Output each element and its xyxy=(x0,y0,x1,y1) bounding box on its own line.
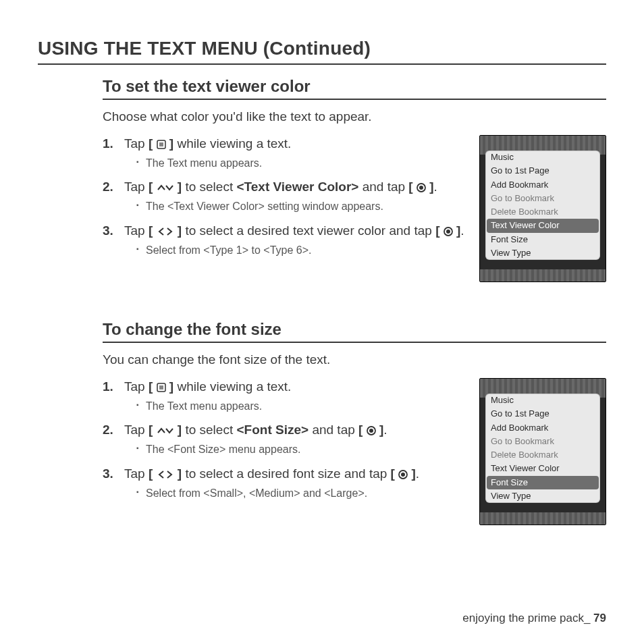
step-text: while viewing a text. xyxy=(173,379,291,394)
step-bold: <Text Viewer Color> xyxy=(236,180,358,194)
section-intro: You can change the font size of the text… xyxy=(103,352,606,367)
device-menu-item: Text Viewer Color xyxy=(485,462,600,475)
svg-point-15 xyxy=(401,473,405,477)
step-text: Tap xyxy=(124,223,149,238)
step-text: Tap xyxy=(124,423,149,437)
step-sub: The Text menu appears. xyxy=(136,400,466,414)
step-sub: The Text menu appears. xyxy=(136,157,466,171)
step-item: Tap [ ] to select a desired text viewer … xyxy=(103,222,466,257)
section-heading: To change the font size xyxy=(103,320,606,339)
step-text: Tap xyxy=(124,136,149,151)
menu-icon xyxy=(157,140,166,149)
device-menu-item-selected: Font Size xyxy=(487,476,599,489)
device-menu-item: Go to 1st Page xyxy=(485,164,600,178)
device-screenshot: Music Go to 1st Page Add Bookmark Go to … xyxy=(479,378,606,525)
device-menu-item: View Type xyxy=(485,246,600,260)
section-intro: Choose what color you'd like the text to… xyxy=(103,109,606,124)
step-sub: Select from <Small>, <Medium> and <Large… xyxy=(136,487,466,501)
device-wallpaper xyxy=(480,512,606,525)
chevron-up-down-icon xyxy=(157,426,174,435)
select-target-icon xyxy=(444,227,453,236)
step-bold: <Font Size> xyxy=(236,423,308,437)
step-text: . xyxy=(416,466,419,481)
step-text: . xyxy=(383,423,387,437)
device-menu-item: View Type xyxy=(485,489,600,503)
device-menu-item: Music xyxy=(485,151,600,164)
step-text: and tap xyxy=(358,180,408,194)
step-text: Tap xyxy=(124,180,149,194)
device-menu-item: Go to Bookmark xyxy=(485,435,600,448)
device-menu: Music Go to 1st Page Add Bookmark Go to … xyxy=(485,394,600,503)
device-menu: Music Go to 1st Page Add Bookmark Go to … xyxy=(485,151,600,260)
step-text: to select a desired text viewer color an… xyxy=(182,223,435,238)
chevron-up-down-icon xyxy=(157,183,174,192)
step-text: Tap xyxy=(124,466,149,481)
section-rule xyxy=(103,99,606,100)
select-target-icon xyxy=(417,183,426,192)
svg-point-5 xyxy=(419,186,423,190)
step-text: to select xyxy=(182,180,236,194)
device-menu-item-selected: Text Viewer Color xyxy=(487,219,599,232)
device-wallpaper xyxy=(480,269,606,281)
svg-point-7 xyxy=(446,230,450,234)
device-menu-item: Add Bookmark xyxy=(485,421,600,435)
step-item: Tap [ ] while viewing a text. The Text m… xyxy=(103,135,466,170)
footer-text: enjoying the prime pack_ xyxy=(462,612,593,624)
device-menu-item: Delete Bookmark xyxy=(485,448,600,462)
step-item: Tap [ ] while viewing a text. The Text m… xyxy=(103,378,466,413)
step-text: Tap xyxy=(124,379,149,394)
device-menu-item: Add Bookmark xyxy=(485,178,600,192)
step-text: while viewing a text. xyxy=(173,136,291,151)
steps-list: Tap [ ] while viewing a text. The Text m… xyxy=(103,135,466,257)
step-text: to select xyxy=(182,423,236,437)
page-number: 79 xyxy=(593,612,606,624)
section-text-viewer-color: To set the text viewer color Choose what… xyxy=(103,77,606,282)
step-item: Tap [ ] to select <Font Size> and tap [ … xyxy=(103,421,466,456)
step-text: and tap xyxy=(308,423,358,437)
select-target-icon xyxy=(367,426,376,435)
select-target-icon xyxy=(398,470,408,479)
section-font-size: To change the font size You can change t… xyxy=(103,320,606,525)
chevron-left-right-icon xyxy=(157,227,174,236)
step-text: . xyxy=(460,223,464,238)
menu-icon xyxy=(157,383,166,392)
step-item: Tap [ ] to select a desired font size an… xyxy=(103,465,466,500)
chevron-left-right-icon xyxy=(157,470,174,479)
device-menu-item: Delete Bookmark xyxy=(485,205,600,219)
step-sub: Select from <Type 1> to <Type 6>. xyxy=(136,244,466,258)
section-heading: To set the text viewer color xyxy=(103,77,606,96)
step-sub: The <Font Size> menu appears. xyxy=(136,443,466,457)
step-text: . xyxy=(434,180,437,194)
svg-point-13 xyxy=(369,429,373,433)
step-item: Tap [ ] to select <Text Viewer Color> an… xyxy=(103,178,466,213)
title-rule xyxy=(38,63,606,65)
device-menu-item: Music xyxy=(485,394,600,407)
page-title: USING THE TEXT MENU (Continued) xyxy=(38,38,606,59)
page-footer: enjoying the prime pack_ 79 xyxy=(462,612,606,625)
step-sub: The <Text Viewer Color> setting window a… xyxy=(136,200,466,214)
device-menu-item: Go to Bookmark xyxy=(485,192,600,205)
device-screenshot: Music Go to 1st Page Add Bookmark Go to … xyxy=(479,135,606,282)
step-text: to select a desired font size and tap xyxy=(182,466,390,481)
steps-list: Tap [ ] while viewing a text. The Text m… xyxy=(103,378,466,500)
device-menu-item: Go to 1st Page xyxy=(485,407,600,421)
device-menu-item: Font Size xyxy=(485,233,600,246)
section-rule xyxy=(103,342,606,343)
